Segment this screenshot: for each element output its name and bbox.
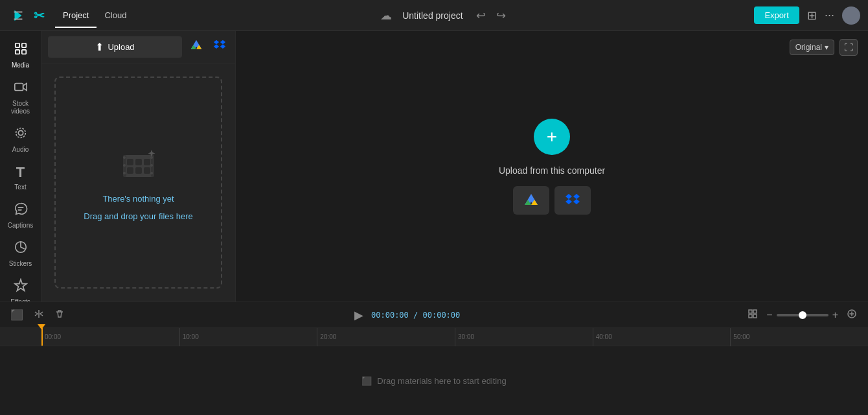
marker-button[interactable]: ⬛ — [8, 306, 26, 324]
sidebar-item-media[interactable]: Media — [0, 36, 41, 75]
sidebar-item-stickers[interactable]: Stickers — [0, 235, 41, 273]
cloud-service-row — [513, 186, 591, 215]
svg-rect-13 — [127, 159, 133, 165]
zoom-out-button[interactable]: − — [766, 309, 772, 321]
media-panel: ⬆ Upload — [41, 31, 236, 302]
play-button[interactable]: ▶ — [352, 305, 366, 325]
sidebar-item-stock-label: Stockvideos — [11, 100, 30, 115]
sidebar-item-captions-label: Captions — [8, 222, 33, 230]
ruler-marks: 00:00 10:00 20:00 30:00 40:00 50:00 — [41, 328, 868, 346]
svg-point-7 — [18, 130, 23, 135]
svg-rect-18 — [144, 167, 150, 174]
audio-icon — [14, 126, 28, 143]
avatar[interactable] — [842, 6, 860, 25]
export-button[interactable]: Export — [754, 6, 799, 24]
svg-point-8 — [16, 128, 25, 138]
svg-rect-6 — [14, 84, 23, 91]
top-bar-right: Export ⊞ ··· — [754, 6, 860, 25]
aspect-ratio-select[interactable]: Original ▾ — [790, 40, 834, 55]
sidebar-item-audio[interactable]: Audio — [0, 121, 41, 159]
chevron-down-icon: ▾ — [825, 43, 828, 52]
layout-button[interactable]: ⊞ — [807, 8, 817, 23]
upload-button[interactable]: ⬆ Upload — [48, 36, 182, 58]
panel-resize-handle[interactable] — [231, 31, 235, 302]
svg-point-25 — [123, 164, 126, 167]
dropbox-upload-button[interactable] — [554, 186, 591, 215]
top-bar: ✂ Project Cloud ☁ Untitled project ↩ ↪ E… — [0, 0, 868, 31]
timeline-tracks: ⬛ Drag materials here to start editing — [0, 346, 868, 415]
nav-tabs: Project Cloud — [55, 8, 134, 23]
sidebar-item-captions[interactable]: Captions — [0, 196, 41, 235]
redo-button[interactable]: ↪ — [494, 6, 508, 25]
ruler-mark-2: 20:00 — [317, 328, 455, 346]
sidebar-item-media-label: Media — [12, 62, 29, 69]
sidebar-item-effects[interactable]: Effects — [0, 273, 41, 302]
svg-rect-4 — [15, 50, 19, 54]
preview-area: + Upload from this computer — [236, 31, 868, 302]
svg-point-22 — [150, 164, 153, 167]
tab-cloud[interactable]: Cloud — [97, 8, 134, 23]
google-drive-button[interactable] — [187, 36, 205, 58]
google-drive-upload-button[interactable] — [513, 186, 549, 215]
svg-rect-28 — [749, 310, 752, 313]
zoom-slider[interactable] — [777, 314, 828, 316]
sidebar-item-text[interactable]: T Text — [0, 159, 41, 196]
zoom-thumb — [799, 311, 806, 319]
logo-mark: ✂ — [34, 8, 45, 23]
svg-rect-14 — [135, 159, 142, 165]
fullscreen-button[interactable]: ⛶ — [839, 39, 858, 56]
sidebar-item-text-label: Text — [14, 184, 26, 191]
panel-toolbar: ⬆ Upload — [41, 31, 235, 64]
top-bar-center: ☁ Untitled project ↩ ↪ — [134, 6, 754, 25]
panel-content: There's nothing yet Drag and drop your f… — [41, 64, 235, 302]
preview-top-right: Original ▾ ⛶ — [790, 39, 858, 56]
ruler-mark-5: 50:00 — [730, 328, 868, 346]
captions-icon — [14, 202, 28, 219]
timeline-area: ⬛ ▶ 00:00:00 / 00:00:00 − — [0, 302, 868, 415]
zoom-in-button[interactable]: + — [832, 309, 838, 321]
drag-hint-text: Drag materials here to start editing — [377, 376, 506, 386]
svg-point-24 — [123, 156, 126, 159]
upload-label: Upload — [108, 42, 134, 52]
timeline-toolbar: ⬛ ▶ 00:00:00 / 00:00:00 − — [0, 302, 868, 328]
svg-rect-29 — [753, 310, 757, 313]
svg-rect-5 — [21, 50, 25, 54]
svg-point-26 — [123, 172, 126, 174]
drop-area[interactable]: There's nothing yet Drag and drop your f… — [54, 77, 222, 289]
effects-icon — [14, 278, 28, 296]
drop-text-1: There's nothing yet — [102, 194, 174, 204]
playhead[interactable] — [41, 328, 43, 346]
svg-rect-17 — [135, 167, 142, 174]
svg-rect-30 — [749, 314, 752, 318]
more-options-button[interactable]: ··· — [825, 8, 834, 22]
undo-button[interactable]: ↩ — [474, 6, 488, 25]
cloud-save-icon[interactable]: ☁ — [380, 8, 392, 23]
ruler-mark-0: 00:00 — [41, 328, 179, 346]
upload-icon: ⬆ — [95, 41, 104, 53]
main-area: Media Stockvideos Audio T Text — [0, 31, 868, 302]
film-icon — [118, 145, 159, 186]
timeline-ruler: 00:00 10:00 20:00 30:00 40:00 50:00 — [0, 328, 868, 346]
zoom-fit-button[interactable] — [843, 305, 860, 325]
app-logo — [8, 5, 29, 26]
text-icon: T — [16, 164, 25, 181]
project-title[interactable]: Untitled project — [402, 10, 463, 21]
playhead-triangle — [38, 324, 45, 329]
aspect-ratio-label: Original — [795, 43, 822, 52]
upload-from-computer-label: Upload from this computer — [499, 165, 605, 176]
svg-rect-31 — [753, 314, 757, 318]
svg-rect-3 — [21, 43, 25, 47]
media-icon — [14, 42, 28, 59]
preview-main: + Upload from this computer — [236, 31, 868, 302]
dropbox-button[interactable] — [211, 36, 229, 58]
ruler-mark-3: 30:00 — [455, 328, 593, 346]
ruler-mark-4: 40:00 — [593, 328, 731, 346]
sidebar-item-stock-videos[interactable]: Stockvideos — [0, 75, 41, 121]
delete-button[interactable] — [52, 306, 67, 324]
split-button[interactable] — [31, 306, 47, 324]
tab-project[interactable]: Project — [55, 8, 97, 23]
svg-rect-16 — [127, 167, 133, 174]
upload-plus-button[interactable]: + — [534, 119, 570, 155]
time-display: 00:00:00 / 00:00:00 — [371, 311, 460, 320]
fit-view-button[interactable] — [744, 305, 761, 325]
